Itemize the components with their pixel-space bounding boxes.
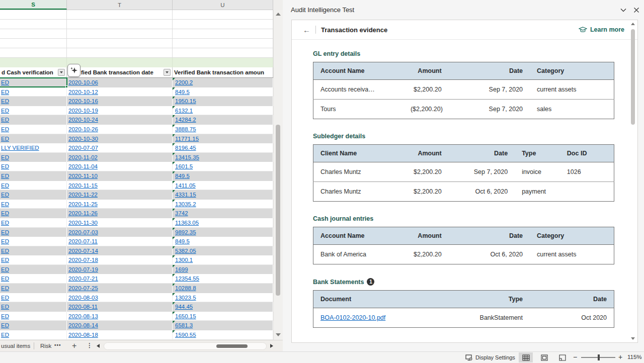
sheet-cell[interactable]: ED <box>0 284 67 293</box>
sheet-cell[interactable]: LLY VERIFIED <box>0 143 67 153</box>
sheet-cell[interactable]: 2020-10-12 <box>67 87 173 97</box>
sheet-cell[interactable]: 2020-10-16 <box>67 97 173 106</box>
scroll-down-icon[interactable] <box>276 333 281 336</box>
sheet-tab-unusual-items[interactable]: usual items <box>1 340 30 351</box>
sheet-cell[interactable] <box>67 39 173 48</box>
sheet-cell[interactable] <box>0 48 67 58</box>
sheet-cell[interactable] <box>173 29 273 39</box>
column-header-t[interactable]: T <box>67 0 173 10</box>
sheet-cell[interactable]: 2020-10-06 <box>67 78 173 87</box>
sheet-cell[interactable]: 1699 <box>173 265 273 275</box>
sheet-cell[interactable]: 1601.5 <box>173 162 273 171</box>
sheet-cell[interactable] <box>173 48 273 58</box>
sheet-cell[interactable]: 2020-07-25 <box>67 284 173 293</box>
column-header-s[interactable]: S <box>0 0 67 10</box>
normal-view-button[interactable] <box>519 352 533 362</box>
zoom-in-icon[interactable]: + <box>618 353 622 361</box>
sheet-cell[interactable]: 2020-11-10 <box>67 171 173 181</box>
scroll-down-icon[interactable] <box>631 337 635 340</box>
sheet-cell[interactable]: 2020-07-11 <box>67 237 173 246</box>
sheet-cell[interactable]: ED <box>0 312 67 321</box>
sheet-cell[interactable]: 6581.3 <box>173 321 273 330</box>
sheet-cell[interactable]: ED <box>0 78 67 87</box>
sheet-tab-risk[interactable]: Risk <box>40 340 51 351</box>
sheet-cell[interactable]: 2020-11-04 <box>67 162 173 171</box>
sheet-cell[interactable]: ED <box>0 302 67 312</box>
sheet-cell[interactable] <box>0 39 67 48</box>
sheet-cell[interactable]: 2020-07-19 <box>67 265 173 275</box>
sheet-cell[interactable]: 849.5 <box>173 171 273 181</box>
sheet-cell[interactable]: 2020-07-03 <box>67 228 173 237</box>
column-header-u[interactable]: U <box>173 0 273 10</box>
horizontal-scrollbar[interactable] <box>104 342 267 350</box>
sheet-cell[interactable] <box>0 10 67 20</box>
sheet-cell[interactable]: 13035.2 <box>173 200 273 209</box>
sheet-cell[interactable] <box>67 29 173 39</box>
page-break-view-button[interactable] <box>555 352 570 362</box>
sheet-cell[interactable]: 5382.05 <box>173 246 273 256</box>
filter-dropdown-icon[interactable] <box>164 69 171 76</box>
sheet-cell[interactable]: 2020-10-26 <box>67 125 173 134</box>
sheet-cell[interactable]: 12354.55 <box>173 274 273 284</box>
scroll-up-icon[interactable] <box>631 23 635 25</box>
sheet-cell[interactable] <box>173 58 273 67</box>
sheet-cell[interactable]: 11771.15 <box>173 134 273 144</box>
sheet-cell[interactable]: 1590.55 <box>173 330 273 340</box>
sheet-cell[interactable]: 14284.2 <box>173 115 273 125</box>
sheet-cell[interactable]: 1411.05 <box>173 181 273 191</box>
flash-fill-icon[interactable] <box>67 64 80 77</box>
sheet-cell[interactable]: ED <box>0 115 67 125</box>
sheet-cell[interactable]: 2020-07-18 <box>67 255 173 265</box>
display-settings-button[interactable]: Display Settings <box>465 352 515 363</box>
sheet-cell[interactable]: 2020-10-19 <box>67 106 173 116</box>
sheet-cell[interactable]: ED <box>0 246 67 256</box>
sheet-cell[interactable] <box>67 58 173 67</box>
sheet-cell[interactable]: ED <box>0 181 67 191</box>
sheet-cell[interactable]: 2020-08-14 <box>67 321 173 330</box>
page-layout-view-button[interactable] <box>537 352 551 362</box>
sheet-cell[interactable]: 10288.8 <box>173 284 273 293</box>
sheet-cell[interactable]: 6132.1 <box>173 106 273 116</box>
tab-menu-icon[interactable]: ⋮ <box>87 340 93 351</box>
close-icon[interactable] <box>633 7 640 14</box>
sheet-cell[interactable]: 9892.35 <box>173 228 273 237</box>
sheet-cell[interactable]: 13023.5 <box>173 293 273 303</box>
header-cell-bank-date[interactable]: fied Bank transaction date <box>67 67 173 77</box>
sheet-cell[interactable]: 2020-11-15 <box>67 181 173 191</box>
sheet-cell[interactable]: ED <box>0 106 67 116</box>
vertical-scrollbar[interactable] <box>273 10 283 340</box>
sheet-cell[interactable]: 4331.15 <box>173 190 273 200</box>
sheet-cell[interactable]: 2020-11-22 <box>67 190 173 200</box>
sheet-cell[interactable]: 2200.2 <box>173 78 273 87</box>
sheet-cell[interactable]: 1300.1 <box>173 255 273 265</box>
sheet-cell[interactable]: 849.5 <box>173 237 273 246</box>
sheet-cell[interactable] <box>0 20 67 29</box>
learn-more-link[interactable]: Learn more <box>579 26 624 33</box>
header-cell-cash-verification[interactable]: d Cash verification <box>0 67 67 77</box>
sheet-cell[interactable]: ED <box>0 265 67 275</box>
filter-dropdown-icon[interactable] <box>58 69 65 76</box>
chevron-down-icon[interactable] <box>620 7 627 14</box>
sheet-cell[interactable]: ED <box>0 171 67 181</box>
sheet-cell[interactable] <box>173 10 273 20</box>
sheet-cell[interactable]: ED <box>0 200 67 209</box>
sheet-cell[interactable]: ED <box>0 274 67 284</box>
horizontal-scroll-thumb[interactable] <box>216 344 248 348</box>
sheet-cell[interactable]: ED <box>0 97 67 106</box>
sheet-cell[interactable] <box>67 48 173 58</box>
sheet-cell[interactable]: ED <box>0 87 67 97</box>
sheet-cell[interactable]: 8196.45 <box>173 143 273 153</box>
sheet-cell[interactable]: 2020-11-02 <box>67 153 173 162</box>
sheet-cell[interactable] <box>173 39 273 48</box>
sheet-cell[interactable]: 3742 <box>173 209 273 218</box>
sheet-cell[interactable]: 13415.35 <box>173 153 273 162</box>
document-link[interactable]: BOA-0102-2020-10.pdf <box>320 314 385 321</box>
sheet-cell[interactable]: 849.5 <box>173 87 273 97</box>
zoom-slider-thumb[interactable] <box>598 354 600 360</box>
pane-scroll-thumb[interactable] <box>631 29 635 125</box>
scroll-left-icon[interactable] <box>97 344 100 348</box>
sheet-cell[interactable]: ED <box>0 321 67 330</box>
green-band-row[interactable] <box>0 58 273 67</box>
sheet-cell[interactable]: ED <box>0 190 67 200</box>
sheet-cell[interactable]: ED <box>0 134 67 144</box>
